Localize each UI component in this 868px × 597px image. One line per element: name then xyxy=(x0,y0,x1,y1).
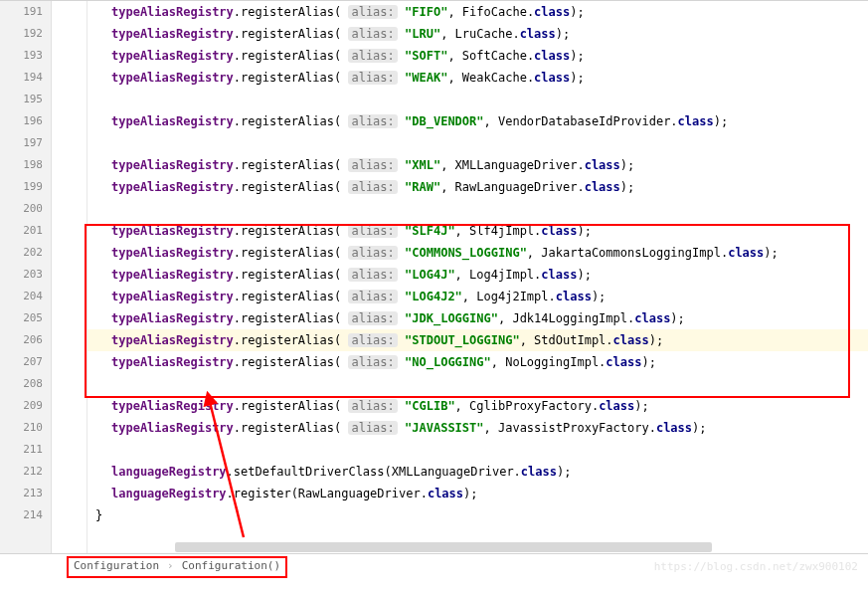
line-number[interactable]: 214 xyxy=(0,504,43,526)
line-number[interactable]: 211 xyxy=(0,439,43,461)
code-line[interactable]: typeAliasRegistry.registerAlias( alias: … xyxy=(87,23,868,45)
code-line[interactable]: typeAliasRegistry.registerAlias( alias: … xyxy=(87,286,868,307)
breadcrumb-separator-icon: › xyxy=(163,559,178,572)
line-number[interactable]: 200 xyxy=(0,198,43,220)
line-number[interactable]: 207 xyxy=(0,351,43,373)
punctuation xyxy=(398,290,405,303)
breadcrumb-item-class[interactable]: Configuration xyxy=(70,559,163,572)
method-call: registerAlias xyxy=(241,5,334,19)
line-number[interactable]: 205 xyxy=(0,307,43,329)
code-line[interactable]: languageRegistry.register(RawLanguageDri… xyxy=(87,483,868,504)
keyword: class xyxy=(678,114,714,128)
punctuation: . xyxy=(670,114,677,128)
breadcrumb-item-method[interactable]: Configuration() xyxy=(178,559,284,572)
punctuation xyxy=(398,224,405,238)
punctuation: ); xyxy=(764,246,778,260)
line-number[interactable]: 202 xyxy=(0,242,43,264)
code-line[interactable]: typeAliasRegistry.registerAlias( alias: … xyxy=(87,242,868,264)
line-number[interactable]: 198 xyxy=(0,154,43,176)
code-line[interactable]: typeAliasRegistry.registerAlias( alias: … xyxy=(87,45,868,67)
string-literal: "RAW" xyxy=(405,180,440,194)
punctuation: , xyxy=(527,246,541,260)
parameter-hint: alias: xyxy=(348,421,397,435)
method-call: registerAlias xyxy=(241,27,334,41)
field-reference: typeAliasRegistry xyxy=(111,114,234,128)
punctuation: . xyxy=(234,5,241,19)
punctuation: . xyxy=(234,49,241,63)
code-line[interactable]: languageRegistry.setDefaultDriverClass(X… xyxy=(87,461,868,483)
method-call: registerAlias xyxy=(241,290,334,303)
line-number[interactable]: 201 xyxy=(0,220,43,242)
line-number[interactable]: 203 xyxy=(0,264,43,286)
line-number[interactable]: 204 xyxy=(0,286,43,307)
code-line[interactable] xyxy=(87,132,868,154)
string-literal: "JDK_LOGGING" xyxy=(405,311,498,325)
class-reference: XMLLanguageDriver xyxy=(455,158,578,172)
keyword: class xyxy=(613,333,649,347)
keyword: class xyxy=(556,290,592,303)
code-line[interactable] xyxy=(87,439,868,461)
keyword: class xyxy=(728,246,764,260)
line-number[interactable]: 206 xyxy=(0,329,43,351)
punctuation: ( xyxy=(334,71,348,85)
parameter-hint: alias: xyxy=(348,158,397,172)
punctuation xyxy=(398,114,405,128)
method-call: registerAlias xyxy=(241,421,334,435)
horizontal-scrollbar[interactable] xyxy=(175,542,868,553)
class-reference: NoLoggingImpl xyxy=(505,355,599,369)
line-number[interactable]: 192 xyxy=(0,23,43,45)
code-line[interactable]: typeAliasRegistry.registerAlias( alias: … xyxy=(87,67,868,89)
code-line[interactable]: typeAliasRegistry.registerAlias( alias: … xyxy=(87,264,868,286)
keyword: class xyxy=(534,49,570,63)
punctuation: . xyxy=(227,487,234,500)
line-number[interactable]: 193 xyxy=(0,45,43,67)
line-number[interactable]: 210 xyxy=(0,417,43,439)
code-line[interactable]: typeAliasRegistry.registerAlias( alias: … xyxy=(87,329,868,351)
line-number[interactable]: 197 xyxy=(0,132,43,154)
punctuation: . xyxy=(234,158,241,172)
line-number[interactable]: 191 xyxy=(0,1,43,23)
line-number[interactable]: 194 xyxy=(0,67,43,89)
punctuation: ( xyxy=(334,158,348,172)
parameter-hint: alias: xyxy=(348,268,397,282)
code-line[interactable]: typeAliasRegistry.registerAlias( alias: … xyxy=(87,110,868,132)
code-line[interactable]: typeAliasRegistry.registerAlias( alias: … xyxy=(87,1,868,23)
string-literal: "CGLIB" xyxy=(405,399,455,413)
code-line[interactable] xyxy=(87,198,868,220)
code-editor[interactable]: typeAliasRegistry.registerAlias( alias: … xyxy=(87,1,868,553)
code-line[interactable]: typeAliasRegistry.registerAlias( alias: … xyxy=(87,220,868,242)
code-line[interactable] xyxy=(87,89,868,110)
string-literal: "SLF4J" xyxy=(405,224,455,238)
punctuation: ( xyxy=(334,114,348,128)
field-reference: typeAliasRegistry xyxy=(111,180,234,194)
code-line[interactable]: typeAliasRegistry.registerAlias( alias: … xyxy=(87,395,868,417)
parameter-hint: alias: xyxy=(348,290,397,303)
line-number-gutter[interactable]: 1911921931941951961971981992002012022032… xyxy=(0,1,52,553)
code-line[interactable]: typeAliasRegistry.registerAlias( alias: … xyxy=(87,176,868,198)
line-number[interactable]: 209 xyxy=(0,395,43,417)
punctuation: . xyxy=(234,290,241,303)
line-number[interactable]: 196 xyxy=(0,110,43,132)
line-number[interactable]: 212 xyxy=(0,461,43,483)
horizontal-scrollbar-thumb[interactable] xyxy=(175,542,712,552)
punctuation: . xyxy=(234,71,241,85)
code-line[interactable]: typeAliasRegistry.registerAlias( alias: … xyxy=(87,417,868,439)
line-number[interactable]: 213 xyxy=(0,483,43,504)
keyword: class xyxy=(585,158,620,172)
line-number[interactable]: 195 xyxy=(0,89,43,110)
line-number[interactable]: 199 xyxy=(0,176,43,198)
class-reference: CglibProxyFactory xyxy=(469,399,592,413)
code-line[interactable]: } xyxy=(87,504,868,526)
code-line[interactable] xyxy=(87,373,868,395)
code-line[interactable]: typeAliasRegistry.registerAlias( alias: … xyxy=(87,154,868,176)
line-number[interactable]: 208 xyxy=(0,373,43,395)
punctuation: , xyxy=(491,355,505,369)
punctuation: . xyxy=(234,114,241,128)
punctuation: ); xyxy=(592,290,606,303)
punctuation: , xyxy=(455,268,469,282)
class-reference: Jdk14LoggingImpl xyxy=(512,311,627,325)
method-call: registerAlias xyxy=(241,399,334,413)
code-line[interactable]: typeAliasRegistry.registerAlias( alias: … xyxy=(87,307,868,329)
string-literal: "FIFO" xyxy=(405,5,447,19)
code-line[interactable]: typeAliasRegistry.registerAlias( alias: … xyxy=(87,351,868,373)
